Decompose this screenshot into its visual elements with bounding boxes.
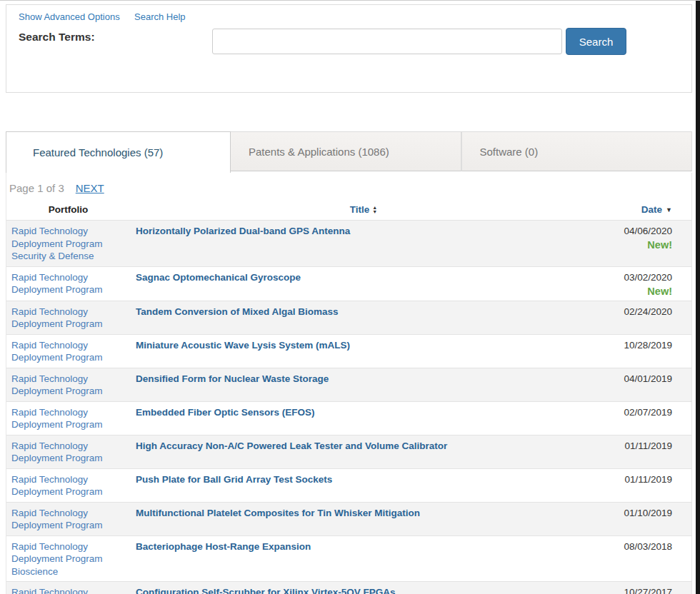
portfolio-link[interactable]: Rapid Technology Deployment Program (11, 271, 121, 296)
title-cell: Configuration Self-Scrubber for Xilinx V… (130, 582, 597, 594)
title-column-label: Title (350, 204, 370, 215)
title-cell: Densified Form for Nuclear Waste Storage (130, 368, 597, 401)
portfolio-link[interactable]: Rapid Technology Deployment Program (11, 225, 121, 250)
date-value: 10/27/2017 (597, 586, 672, 594)
show-advanced-options-link[interactable]: Show Advanced Options (19, 11, 120, 22)
date-cell: 02/24/2020 (597, 301, 691, 334)
date-value: 04/01/2019 (597, 373, 672, 385)
results-table-body: Rapid Technology Deployment ProgramSecur… (6, 221, 691, 594)
new-badge: New! (597, 239, 672, 251)
title-cell: Multifunctional Platelet Composites for … (130, 502, 597, 535)
title-link[interactable]: Densified Form for Nuclear Waste Storage (136, 373, 329, 384)
table-header-row: Portfolio Title▲▼ Date▼ (6, 204, 691, 221)
portfolio-link[interactable]: Rapid Technology Deployment Program (11, 586, 121, 594)
date-value: 01/10/2019 (597, 507, 672, 519)
date-cell: 01/10/2019 (597, 502, 691, 535)
tab-software[interactable]: Software (0) (461, 131, 693, 171)
title-column-header[interactable]: Title▲▼ (130, 204, 597, 221)
date-value: 02/07/2019 (597, 406, 672, 418)
table-row: Rapid Technology Deployment Program High… (6, 435, 691, 468)
table-row: Rapid Technology Deployment ProgramSecur… (6, 221, 691, 267)
results-table: Portfolio Title▲▼ Date▼ Rapid Technology… (6, 204, 691, 594)
date-cell: 08/03/2018 (597, 535, 691, 582)
results-panel: Page 1 of 3NEXT Portfolio Title▲▼ Date▼ … (6, 173, 692, 594)
date-cell: 10/27/2017 (597, 582, 691, 594)
date-cell: 03/02/2020New! (597, 266, 691, 301)
portfolio-link[interactable]: Rapid Technology Deployment Program (11, 339, 121, 364)
date-value: 01/11/2019 (597, 473, 672, 485)
date-value: 01/11/2019 (597, 440, 672, 452)
search-terms-label: Search Terms: (19, 31, 95, 44)
title-cell: Horizontally Polarized Dual-band GPS Ant… (130, 221, 597, 267)
table-row: Rapid Technology Deployment ProgramBiosc… (6, 535, 691, 582)
date-value: 02/24/2020 (597, 306, 672, 318)
table-row: Rapid Technology Deployment Program Tand… (6, 301, 691, 334)
title-link[interactable]: Bacteriophage Host-Range Expansion (136, 541, 311, 552)
portfolio-cell: Rapid Technology Deployment Program (6, 468, 130, 502)
table-row: Rapid Technology Deployment Program Dens… (6, 368, 691, 401)
portfolio-cell: Rapid Technology Deployment Program (6, 368, 130, 401)
date-cell: 04/06/2020New! (597, 221, 691, 267)
portfolio-link[interactable]: Rapid Technology Deployment Program (11, 507, 121, 532)
date-column-label: Date (641, 204, 662, 215)
date-value: 03/02/2020 (597, 271, 672, 283)
title-link[interactable]: High Accuracy Non-A/C Powered Leak Teste… (136, 441, 447, 451)
tabs: Featured Technologies (57)Patents & Appl… (6, 131, 692, 173)
portfolio-cell: Rapid Technology Deployment Program (6, 334, 130, 368)
table-row: Rapid Technology Deployment Program Push… (6, 468, 691, 502)
search-button[interactable]: Search (566, 28, 626, 55)
portfolio-link[interactable]: Rapid Technology Deployment Program (11, 540, 121, 565)
date-cell: 01/11/2019 (597, 468, 691, 502)
title-link[interactable]: Multifunctional Platelet Composites for … (136, 508, 420, 518)
window-right-edge (696, 1, 700, 594)
sort-both-icon: ▲▼ (372, 206, 377, 214)
date-value: 04/06/2020 (597, 225, 672, 237)
portfolio-link[interactable]: Rapid Technology Deployment Program (11, 440, 121, 465)
portfolio-cell: Rapid Technology Deployment Program (6, 266, 130, 301)
portfolio-link[interactable]: Security & Defense (11, 250, 121, 263)
portfolio-link[interactable]: Rapid Technology Deployment Program (11, 406, 121, 431)
date-cell: 01/11/2019 (597, 435, 691, 468)
title-cell: Sagnac Optomechanical Gyroscope (130, 266, 597, 301)
portfolio-cell: Rapid Technology Deployment Program (6, 301, 130, 334)
portfolio-cell: Rapid Technology Deployment ProgramBiosc… (6, 535, 130, 582)
title-link[interactable]: Horizontally Polarized Dual-band GPS Ant… (136, 226, 350, 236)
title-link[interactable]: Push Plate for Ball Grid Array Test Sock… (136, 474, 332, 485)
portfolio-link[interactable]: Rapid Technology Deployment Program (11, 373, 121, 398)
table-row: Rapid Technology Deployment Program Mult… (6, 502, 691, 535)
portfolio-link[interactable]: Rapid Technology Deployment Program (11, 473, 121, 498)
date-value: 08/03/2018 (597, 540, 672, 553)
portfolio-link[interactable]: Rapid Technology Deployment Program (11, 306, 121, 331)
portfolio-cell: Rapid Technology Deployment ProgramSecur… (6, 221, 130, 267)
tab-label: Patents & Applications (1086) (249, 146, 389, 158)
title-link[interactable]: Configuration Self-Scrubber for Xilinx V… (136, 587, 396, 594)
table-row: Rapid Technology Deployment Program Embe… (6, 401, 691, 435)
date-cell: 10/28/2019 (597, 334, 691, 368)
date-cell: 04/01/2019 (597, 368, 691, 401)
table-row: Rapid Technology Deployment Program Sagn… (6, 266, 691, 301)
search-help-link[interactable]: Search Help (134, 11, 186, 22)
tab-label: Software (0) (480, 146, 539, 158)
title-link[interactable]: Sagnac Optomechanical Gyroscope (136, 272, 301, 283)
new-badge: New! (597, 286, 672, 297)
title-cell: Bacteriophage Host-Range Expansion (130, 535, 597, 582)
page-status: Page 1 of 3 (9, 182, 64, 194)
portfolio-column-header: Portfolio (6, 204, 130, 221)
portfolio-link[interactable]: Bioscience (11, 565, 121, 578)
pagination: Page 1 of 3NEXT (6, 173, 691, 204)
next-page-link[interactable]: NEXT (76, 182, 104, 194)
title-link[interactable]: Embedded Fiber Optic Sensors (EFOS) (136, 407, 315, 418)
title-cell: High Accuracy Non-A/C Powered Leak Teste… (130, 435, 597, 468)
title-link[interactable]: Miniature Acoustic Wave Lysis System (mA… (136, 340, 350, 351)
tab-patents-applications[interactable]: Patents & Applications (1086) (231, 131, 461, 171)
title-cell: Miniature Acoustic Wave Lysis System (mA… (130, 334, 597, 368)
portfolio-cell: Rapid Technology Deployment Program (6, 582, 130, 594)
date-value: 10/28/2019 (597, 339, 672, 351)
title-cell: Embedded Fiber Optic Sensors (EFOS) (130, 401, 597, 435)
title-link[interactable]: Tandem Conversion of Mixed Algal Biomass (136, 306, 339, 317)
date-column-header[interactable]: Date▼ (597, 204, 691, 221)
portfolio-cell: Rapid Technology Deployment Program (6, 502, 130, 535)
tab-featured-technologies[interactable]: Featured Technologies (57) (6, 131, 231, 173)
search-input[interactable] (212, 29, 562, 54)
portfolio-cell: Rapid Technology Deployment Program (6, 401, 130, 435)
